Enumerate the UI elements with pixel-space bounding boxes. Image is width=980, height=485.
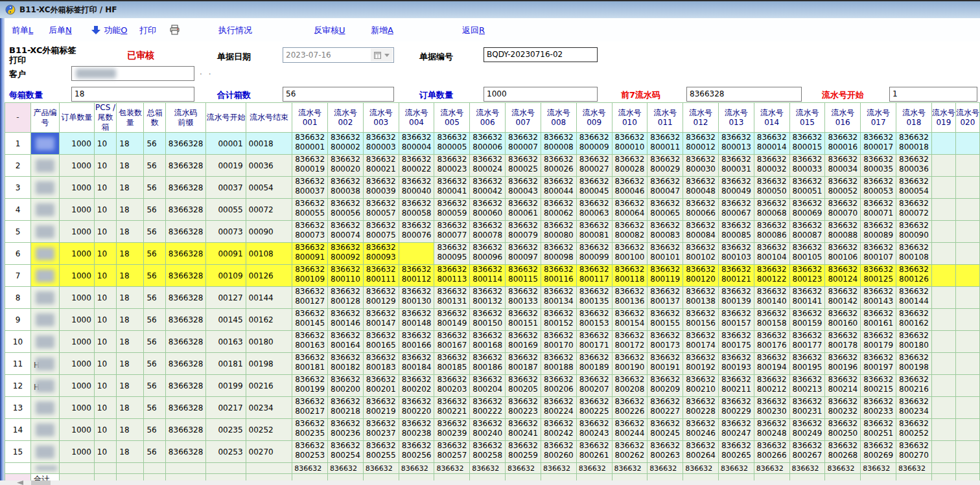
serial-cell[interactable]: 836632800211 xyxy=(718,375,754,397)
serial-cell[interactable]: 836632800252 xyxy=(896,419,932,441)
serial-cell[interactable] xyxy=(931,199,955,221)
serial-prefix-cell[interactable]: 8366328 xyxy=(165,397,205,419)
serial-cell[interactable]: 836632800170 xyxy=(541,331,576,353)
serial-cell[interactable]: 836632800250 xyxy=(825,419,861,441)
serial-cell[interactable]: 836632800232 xyxy=(825,397,861,419)
pack-qty-cell[interactable]: 18 xyxy=(117,199,144,221)
serial-end-cell[interactable]: 00072 xyxy=(246,199,292,221)
serial-cell[interactable]: 836632800253 xyxy=(292,441,328,463)
serial-cell[interactable]: 836632800199 xyxy=(292,375,328,397)
serial-cell[interactable]: 836632800167 xyxy=(434,331,470,353)
serial-cell[interactable]: 836632800104 xyxy=(754,243,789,265)
serial-cell[interactable]: 836632800090 xyxy=(896,221,932,243)
serial-cell[interactable]: 836632800089 xyxy=(861,221,896,243)
pack-qty-cell[interactable]: 18 xyxy=(117,397,144,419)
serial-cell[interactable]: 836632800103 xyxy=(718,243,754,265)
serial-cell[interactable]: 836632800098 xyxy=(541,243,576,265)
row-number-cell[interactable] xyxy=(5,463,31,474)
serial-cell[interactable]: 836632800208 xyxy=(612,375,648,397)
product-code-cell[interactable] xyxy=(30,155,59,177)
serial-cell[interactable]: 836632800206 xyxy=(541,375,576,397)
serial-cell[interactable]: 836632800095 xyxy=(434,243,470,265)
cell[interactable] xyxy=(94,463,116,474)
serial-cell[interactable]: 836632800203 xyxy=(434,375,470,397)
total-boxes-cell[interactable]: 56 xyxy=(144,419,165,441)
serial-cell[interactable]: 836632800144 xyxy=(896,287,932,309)
per-box-qty-field[interactable]: 18 xyxy=(71,87,194,102)
serial-cell[interactable]: 836632800054 xyxy=(896,177,932,199)
serial-cell[interactable]: 836632800247 xyxy=(718,419,754,441)
serial-cell[interactable]: 836632800210 xyxy=(683,375,719,397)
serial-cell[interactable]: 836632800214 xyxy=(825,375,861,397)
serial-cell[interactable]: 836632800152 xyxy=(541,309,576,331)
serial-cell[interactable]: 836632800153 xyxy=(576,309,612,331)
row-number-cell[interactable]: 14 xyxy=(5,419,31,441)
serial-cell[interactable]: 836632800099 xyxy=(576,243,612,265)
serial-cell[interactable]: 836632800172 xyxy=(612,331,648,353)
serial-prefix-cell[interactable]: 8366328 xyxy=(165,309,205,331)
serial-cell[interactable] xyxy=(931,331,955,353)
serial-cell[interactable]: 836632800087 xyxy=(789,221,825,243)
serial-start-cell[interactable]: 00127 xyxy=(206,287,246,309)
serial-cell[interactable]: 836632800261 xyxy=(576,441,612,463)
serial-cell[interactable]: 836632800151 xyxy=(506,309,541,331)
total-boxes-cell[interactable]: 56 xyxy=(144,155,165,177)
serial-cell[interactable] xyxy=(931,309,955,331)
serial-cell[interactable]: 836632800207 xyxy=(576,375,612,397)
serial-prefix-cell[interactable]: 8366328 xyxy=(165,199,205,221)
serial-cell[interactable] xyxy=(931,419,955,441)
serial-cell[interactable]: 836632800235 xyxy=(292,419,328,441)
serial-start-cell[interactable]: 00109 xyxy=(206,265,246,287)
serial-cell[interactable]: 836632800028 xyxy=(612,155,648,177)
serial-cell[interactable]: 836632800255 xyxy=(363,441,399,463)
pcs-tail-cell[interactable]: 10 xyxy=(94,221,116,243)
serial-cell[interactable]: 836632800270 xyxy=(896,441,932,463)
serial-cell[interactable]: 836632800056 xyxy=(328,199,364,221)
serial-cell[interactable]: 836632800069 xyxy=(789,199,825,221)
serial-cell[interactable]: 836632800051 xyxy=(789,177,825,199)
serial-cell[interactable]: 836632800182 xyxy=(328,353,364,375)
order-qty-cell[interactable]: 1000 xyxy=(60,441,95,463)
serial-cell[interactable]: 836632800122 xyxy=(754,265,789,287)
serial-cell[interactable]: 836632800140 xyxy=(754,287,789,309)
serial-start-cell[interactable]: 00037 xyxy=(206,177,246,199)
serial-cell[interactable]: 836632800189 xyxy=(576,353,612,375)
serial-cell[interactable]: 836632800260 xyxy=(541,441,576,463)
serial-cell[interactable]: 836632800008 xyxy=(541,133,576,155)
serial-cell[interactable]: 836632800259 xyxy=(506,441,541,463)
serial-cell[interactable]: 836632800264 xyxy=(683,441,719,463)
serial-cell[interactable]: 836632800142 xyxy=(825,287,861,309)
total-boxes-cell[interactable]: 56 xyxy=(144,397,165,419)
serial-cell[interactable]: 836632800124 xyxy=(825,265,861,287)
serial-cell[interactable] xyxy=(955,331,979,353)
serial-cell[interactable]: 836632800149 xyxy=(434,309,470,331)
toolbar-print-button[interactable]: 打印 xyxy=(139,25,156,36)
serial-cell[interactable]: 836632800202 xyxy=(399,375,434,397)
cell[interactable] xyxy=(60,463,95,474)
serial-cell[interactable]: 836632800132 xyxy=(470,287,506,309)
serial-cell[interactable]: 836632 xyxy=(470,463,506,474)
serial-cell[interactable]: 836632800097 xyxy=(506,243,541,265)
order-qty-cell[interactable]: 1000 xyxy=(60,177,95,199)
serial-cell[interactable]: 836632800002 xyxy=(328,133,364,155)
serial-start-cell[interactable]: 00019 xyxy=(206,155,246,177)
serial-cell[interactable]: 836632800092 xyxy=(328,243,364,265)
toolbar-execution-button[interactable]: 执行情况 xyxy=(218,25,252,36)
serial-cell[interactable]: 836632800191 xyxy=(648,353,683,375)
serial-cell[interactable]: 836632800147 xyxy=(363,309,399,331)
serial-end-cell[interactable]: 00180 xyxy=(246,331,292,353)
serial-cell[interactable]: 836632 xyxy=(718,463,754,474)
serial-cell[interactable]: 836632800263 xyxy=(648,441,683,463)
serial-cell[interactable]: 836632800219 xyxy=(363,397,399,419)
total-boxes-cell[interactable]: 56 xyxy=(144,331,165,353)
serial-cell[interactable] xyxy=(955,133,979,155)
serial-cell[interactable]: 836632800242 xyxy=(541,419,576,441)
product-code-cell[interactable] xyxy=(30,243,59,265)
row-number-cell[interactable]: 13 xyxy=(5,397,31,419)
serial-cell[interactable]: 836632800130 xyxy=(399,287,434,309)
pack-qty-cell[interactable]: 18 xyxy=(117,309,144,331)
serial-cell[interactable]: 836632800234 xyxy=(896,397,932,419)
pack-qty-cell[interactable]: 18 xyxy=(117,177,144,199)
serial-cell[interactable]: 836632800034 xyxy=(825,155,861,177)
serial-cell[interactable]: 836632 xyxy=(363,463,399,474)
